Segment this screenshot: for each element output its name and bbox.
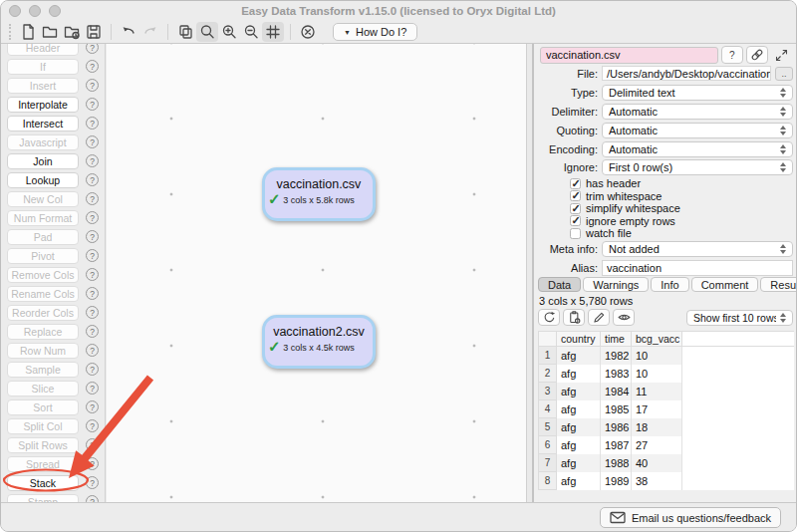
- help-icon[interactable]: ?: [86, 117, 99, 130]
- help-icon[interactable]: ?: [86, 211, 99, 224]
- help-icon[interactable]: ?: [86, 457, 99, 470]
- cancel-processing-button[interactable]: [297, 22, 319, 42]
- how-do-i-button[interactable]: ▼ How Do I?: [333, 23, 417, 41]
- transform-button[interactable]: Num Format: [7, 210, 79, 226]
- help-icon[interactable]: ?: [86, 495, 99, 502]
- transform-button[interactable]: Remove Cols: [7, 267, 79, 283]
- transform-button[interactable]: Pad: [7, 229, 79, 245]
- help-icon[interactable]: ?: [86, 476, 99, 489]
- show-rows-select[interactable]: Show first 10 rows: [686, 310, 793, 326]
- toggle-grid-button[interactable]: [262, 22, 284, 42]
- transform-button[interactable]: Reorder Cols: [7, 305, 79, 321]
- transform-button[interactable]: Join: [7, 153, 79, 169]
- checkbox[interactable]: [570, 215, 581, 226]
- inspector-tab[interactable]: Warnings: [583, 277, 649, 292]
- save-button[interactable]: [83, 22, 105, 42]
- transform-button[interactable]: Row Num: [7, 343, 79, 359]
- transform-button[interactable]: Intersect: [7, 116, 79, 132]
- alias-input[interactable]: [602, 260, 793, 276]
- edit-data-button[interactable]: [588, 309, 610, 326]
- transform-button[interactable]: Stamp: [7, 494, 79, 503]
- checkbox[interactable]: [570, 228, 581, 239]
- inspector-tab[interactable]: Data: [538, 277, 581, 292]
- transform-row: Lookup ?: [1, 170, 105, 189]
- transform-button[interactable]: Sample: [7, 362, 79, 378]
- panel-divider[interactable]: [526, 44, 533, 502]
- transform-button[interactable]: Slice: [7, 381, 79, 397]
- dataset-node-vaccination[interactable]: ✓ vaccination.csv 3 cols x 5.8k rows: [262, 167, 376, 221]
- checkbox[interactable]: [570, 178, 581, 189]
- item-name-input[interactable]: [540, 47, 718, 64]
- dropdown-select[interactable]: Automatic: [602, 104, 793, 120]
- help-icon[interactable]: ?: [86, 382, 99, 395]
- help-icon[interactable]: ?: [86, 400, 99, 413]
- zoom-out-button[interactable]: [240, 22, 262, 42]
- undo-button[interactable]: [118, 22, 139, 42]
- column-header-country[interactable]: country: [557, 332, 601, 347]
- transform-button[interactable]: New Col: [7, 191, 79, 207]
- link-button[interactable]: [746, 46, 768, 64]
- duplicate-button[interactable]: [174, 22, 196, 42]
- column-header-bcg-vacc[interactable]: bcg_vacc: [632, 332, 682, 347]
- transform-button[interactable]: Header: [7, 44, 79, 56]
- refresh-button[interactable]: [538, 309, 560, 326]
- transform-button[interactable]: Spread: [7, 456, 79, 472]
- transform-button[interactable]: Pivot: [7, 248, 79, 264]
- flow-canvas[interactable]: ✓ vaccination.csv 3 cols x 5.8k rows ✓ v…: [107, 44, 526, 502]
- email-feedback-button[interactable]: Email us questions/feedback: [600, 507, 781, 528]
- inspector-tab[interactable]: Info: [651, 277, 688, 292]
- help-icon[interactable]: ?: [86, 287, 99, 300]
- help-icon[interactable]: ?: [86, 79, 99, 92]
- expand-button[interactable]: [771, 46, 793, 64]
- help-button[interactable]: ?: [721, 46, 743, 64]
- help-icon[interactable]: ?: [86, 44, 99, 54]
- help-icon[interactable]: ?: [86, 325, 99, 338]
- column-header-time[interactable]: time: [601, 332, 632, 347]
- dropdown-select[interactable]: Delimited text: [602, 85, 793, 101]
- new-file-button[interactable]: [17, 22, 39, 42]
- browse-file-button[interactable]: ..: [775, 67, 793, 81]
- dropdown-select[interactable]: Automatic: [602, 123, 793, 138]
- transform-button[interactable]: Interpolate: [7, 97, 79, 113]
- help-icon[interactable]: ?: [86, 363, 99, 376]
- open-file-button[interactable]: [39, 22, 61, 42]
- help-icon[interactable]: ?: [86, 98, 99, 111]
- inspector-tab[interactable]: Comment: [691, 277, 759, 292]
- ignore-rows-stepper[interactable]: First 0 row(s): [602, 159, 793, 175]
- dataset-node-vaccination2[interactable]: ✓ vaccination2.csv 3 cols x 4.5k rows: [262, 315, 376, 369]
- help-icon[interactable]: ?: [86, 173, 99, 186]
- open-recent-button[interactable]: [61, 22, 83, 42]
- transform-button[interactable]: Sort: [7, 399, 79, 415]
- transform-button[interactable]: Split Rows: [7, 437, 79, 453]
- help-icon[interactable]: ?: [86, 60, 99, 73]
- zoom-in-button[interactable]: [218, 22, 240, 42]
- help-icon[interactable]: ?: [86, 268, 99, 281]
- dropdown-select[interactable]: Automatic: [602, 141, 793, 157]
- transform-button[interactable]: Rename Cols: [7, 286, 79, 302]
- help-icon[interactable]: ?: [86, 419, 99, 432]
- help-icon[interactable]: ?: [86, 249, 99, 262]
- checkbox[interactable]: [570, 203, 581, 214]
- transform-button[interactable]: Replace: [7, 324, 79, 340]
- help-icon[interactable]: ?: [86, 438, 99, 451]
- help-icon[interactable]: ?: [86, 230, 99, 243]
- help-icon[interactable]: ?: [86, 306, 99, 319]
- help-icon[interactable]: ?: [86, 344, 99, 357]
- transform-button[interactable]: Stack: [7, 475, 79, 491]
- inspector-tab[interactable]: Results: [760, 277, 797, 292]
- stepper-icon: [780, 244, 786, 254]
- meta-info-select[interactable]: Not added: [602, 241, 793, 257]
- transform-button[interactable]: Lookup: [7, 172, 79, 188]
- checkbox[interactable]: [570, 190, 581, 201]
- transform-button[interactable]: Insert: [7, 78, 79, 94]
- transform-button[interactable]: Javascript: [7, 134, 79, 150]
- help-icon[interactable]: ?: [86, 192, 99, 205]
- help-icon[interactable]: ?: [86, 154, 99, 167]
- help-icon[interactable]: ?: [86, 135, 99, 148]
- copy-data-button[interactable]: [563, 309, 585, 326]
- redo-button[interactable]: [139, 22, 161, 42]
- pan-zoom-tool-button[interactable]: [196, 22, 218, 42]
- transform-button[interactable]: If: [7, 59, 79, 75]
- view-data-button[interactable]: [613, 309, 635, 326]
- transform-button[interactable]: Split Col: [7, 418, 79, 434]
